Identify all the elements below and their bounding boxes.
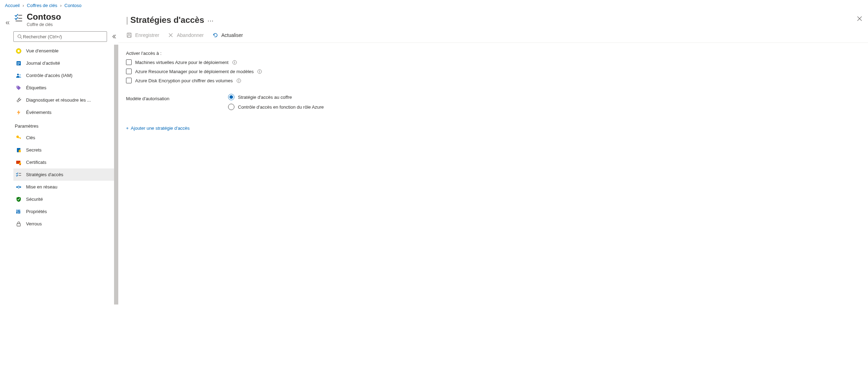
sidebar-item-label: Certificats — [26, 160, 46, 165]
properties-icon — [15, 209, 22, 215]
network-icon — [15, 184, 22, 190]
breadcrumb-link-vaults[interactable]: Coffres de clés — [27, 3, 57, 8]
svg-point-48 — [238, 79, 239, 79]
scrollbar-thumb[interactable] — [114, 45, 118, 304]
radio-button[interactable] — [228, 104, 234, 110]
svg-rect-9 — [17, 63, 20, 64]
sidebar-item-locks[interactable]: Verrous — [13, 218, 118, 230]
svg-rect-8 — [17, 62, 20, 63]
checkbox-label: Azure Disk Encryption pour chiffrer des … — [135, 78, 233, 83]
svg-rect-29 — [16, 212, 18, 213]
radio-button[interactable] — [228, 94, 234, 100]
breadcrumb-link-resource[interactable]: Contoso — [64, 3, 81, 8]
sidebar-item-access-control[interactable]: Contrôle d'accès (IAM) — [13, 69, 118, 82]
svg-rect-37 — [128, 36, 131, 37]
svg-point-42 — [234, 61, 234, 61]
checkbox-arm-template-deployment[interactable] — [126, 69, 132, 74]
sidebar-item-label: Propriétés — [26, 209, 47, 214]
sidebar-nav: Vue d'ensemble Journal d'activité Contrô… — [13, 45, 118, 378]
save-button[interactable]: Enregistrer — [126, 32, 159, 38]
info-icon[interactable] — [232, 60, 237, 65]
resource-type-label: Coffre de clés — [27, 22, 61, 27]
radio-azure-rbac[interactable]: Contrôle d'accès en fonction du rôle Azu… — [228, 104, 324, 110]
svg-point-45 — [259, 70, 260, 70]
svg-point-12 — [19, 74, 21, 76]
sidebar-item-label: Événements — [26, 110, 51, 115]
lightning-icon — [15, 109, 22, 116]
people-icon — [15, 72, 22, 79]
sidebar-item-properties[interactable]: Propriétés — [13, 205, 118, 218]
sidebar-item-activity-log[interactable]: Journal d'activité — [13, 57, 118, 69]
collapse-sidebar-icon[interactable] — [111, 33, 118, 40]
svg-point-3 — [18, 35, 21, 38]
sidebar-scrollbar[interactable] — [114, 45, 118, 378]
sidebar-item-events[interactable]: Événements — [13, 106, 118, 118]
certificate-icon — [15, 159, 22, 166]
radio-label: Stratégie d'accès au coffre — [238, 95, 292, 100]
checklist-small-icon — [15, 172, 22, 178]
sidebar-item-label: Contrôle d'accès (IAM) — [26, 73, 73, 78]
sidebar-item-keys[interactable]: Clés — [13, 132, 118, 144]
sidebar-group-settings: Paramètres — [13, 118, 118, 132]
secret-icon — [15, 147, 22, 153]
sidebar-item-security[interactable]: Sécurité — [13, 193, 118, 205]
discard-icon — [168, 32, 174, 38]
sidebar-item-label: Verrous — [26, 221, 42, 226]
sidebar-item-secrets[interactable]: Secrets — [13, 144, 118, 156]
sidebar: Contoso Coffre de clés Vue — [13, 11, 118, 378]
blade-title: Stratégies d'accès — [130, 15, 204, 25]
search-box[interactable] — [13, 31, 107, 42]
svg-point-24 — [16, 186, 18, 188]
radio-label: Contrôle d'accès en fonction du rôle Azu… — [238, 104, 324, 110]
refresh-button[interactable]: Actualiser — [212, 32, 243, 38]
svg-rect-32 — [17, 224, 20, 226]
breadcrumb-link-home[interactable]: Accueil — [5, 3, 20, 8]
save-icon — [126, 32, 132, 38]
checkbox-label: Azure Resource Manager pour le déploieme… — [135, 69, 254, 74]
svg-line-4 — [21, 38, 22, 39]
sidebar-item-label: Vue d'ensemble — [26, 48, 58, 53]
svg-rect-10 — [17, 64, 19, 65]
sidebar-item-diagnose[interactable]: Diagnostiquer et résoudre les ... — [13, 94, 118, 106]
sidebar-item-label: Clés — [26, 135, 35, 140]
shield-icon — [15, 196, 22, 203]
svg-rect-30 — [18, 211, 19, 211]
tag-icon — [15, 85, 22, 91]
checkbox-vm-deployment[interactable] — [126, 59, 132, 65]
sidebar-item-overview[interactable]: Vue d'ensemble — [13, 45, 118, 57]
title-divider: | — [126, 15, 128, 25]
enable-access-label: Activer l'accès à : — [126, 51, 860, 56]
info-icon[interactable] — [236, 78, 241, 83]
discard-button[interactable]: Abandonner — [168, 32, 203, 38]
refresh-label: Actualiser — [221, 32, 243, 38]
info-icon[interactable] — [257, 69, 262, 74]
sidebar-item-tags[interactable]: Étiquettes — [13, 82, 118, 94]
refresh-icon — [212, 32, 219, 38]
search-input[interactable] — [23, 34, 104, 39]
close-button[interactable] — [857, 16, 862, 23]
sidebar-item-label: Étiquettes — [26, 85, 46, 90]
svg-point-6 — [18, 50, 20, 52]
sidebar-item-label: Mise en réseau — [26, 184, 57, 190]
more-menu-icon[interactable]: ··· — [208, 18, 214, 24]
add-access-policy-link[interactable]: + Ajouter une stratégie d'accès — [126, 126, 190, 131]
radio-vault-access-policy[interactable]: Stratégie d'accès au coffre — [228, 94, 324, 100]
plus-icon: + — [126, 126, 129, 131]
checkbox-disk-encryption[interactable] — [126, 78, 132, 83]
breadcrumb-sep: › — [60, 3, 62, 8]
svg-point-13 — [17, 87, 18, 87]
page-title: Contoso — [27, 12, 61, 21]
main-panel: | Stratégies d'accès ··· Enregistrer Aba… — [118, 11, 868, 378]
sidebar-item-certificates[interactable]: Certificats — [13, 156, 118, 168]
discard-label: Abandonner — [177, 32, 203, 38]
sidebar-item-label: Diagnostiquer et résoudre les ... — [26, 97, 91, 103]
sidebar-item-label: Sécurité — [26, 197, 43, 202]
sidebar-item-networking[interactable]: Mise en réseau — [13, 181, 118, 193]
wrench-icon — [15, 97, 22, 103]
sidebar-item-label: Stratégies d'accès — [26, 172, 63, 177]
global-nav-expand-icon[interactable] — [4, 20, 11, 26]
breadcrumb: Accueil › Coffres de clés › Contoso — [0, 0, 868, 11]
add-access-policy-label: Ajouter une stratégie d'accès — [131, 126, 190, 131]
sidebar-item-access-policies[interactable]: Stratégies d'accès — [13, 168, 118, 181]
svg-rect-31 — [19, 212, 20, 212]
